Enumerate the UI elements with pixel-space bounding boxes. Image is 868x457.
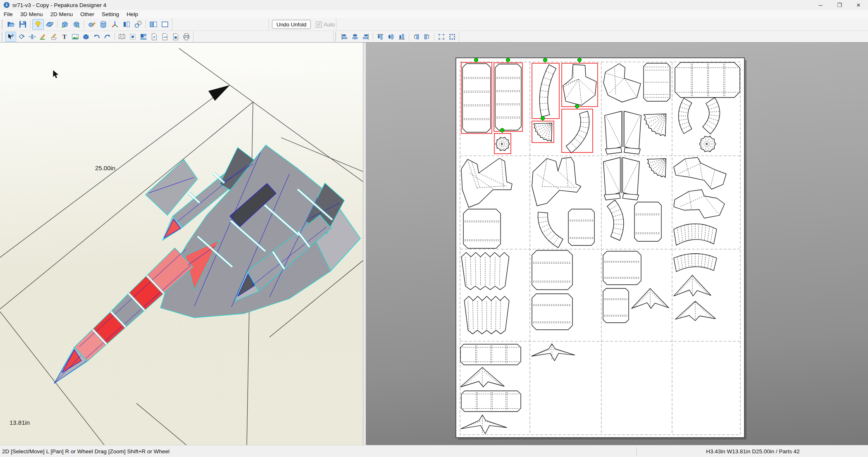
auto-layout-button[interactable] <box>138 32 149 42</box>
part-pin[interactable] <box>575 105 579 108</box>
menu-2d-menu[interactable]: 2D Menu <box>47 10 77 18</box>
part-glyph-rect[interactable] <box>634 202 661 241</box>
show-axis-button[interactable] <box>109 19 121 30</box>
part-glyph-pleat[interactable] <box>461 252 509 290</box>
primitive-cylinder-button[interactable] <box>98 19 109 30</box>
undo-button[interactable] <box>91 32 102 42</box>
part-pin[interactable] <box>475 58 478 62</box>
close-window-button[interactable]: ✕ <box>849 0 868 10</box>
align-left-icon <box>341 33 348 40</box>
toolbar-separator <box>84 20 84 29</box>
rotate-model-left-button[interactable] <box>59 19 71 30</box>
toolbar-2d-tools-group: T# <box>0 31 193 42</box>
select-move-tool-button[interactable] <box>5 32 16 42</box>
export-page-button[interactable] <box>160 32 170 42</box>
toolbar-grip[interactable] <box>2 33 4 41</box>
part-pin[interactable] <box>541 117 545 120</box>
part-glyph-rect[interactable] <box>532 294 572 330</box>
toolbar-2d: T# <box>0 31 868 43</box>
page-number-button[interactable]: # <box>149 32 160 42</box>
toolbar-grip[interactable] <box>2 20 4 29</box>
part-glyph-rect[interactable] <box>463 209 501 248</box>
undo-unfold-button[interactable]: Undo Unfold <box>272 20 311 29</box>
pattern-2d-canvas[interactable] <box>366 43 868 445</box>
image-tool-button[interactable] <box>70 32 81 42</box>
print-button[interactable] <box>181 32 192 42</box>
auto-unfold-checkbox[interactable]: ✓ Auto <box>316 21 335 28</box>
rotate-view-button[interactable] <box>44 19 55 30</box>
save-file-button[interactable] <box>17 19 29 30</box>
part-glyph-pleat[interactable] <box>464 296 509 334</box>
auto-checkbox-box[interactable]: ✓ <box>316 21 322 28</box>
open-file-button[interactable] <box>5 19 17 30</box>
part-glyph-hstrip[interactable] <box>675 62 740 98</box>
page-setup-button[interactable] <box>170 32 181 42</box>
ground-grid-line <box>0 86 228 257</box>
toolbar-unfold-group: Undo Unfold ✓ Auto <box>269 18 336 31</box>
edit-flaps-tool-button[interactable] <box>38 32 48 42</box>
check-3d-tool-button[interactable] <box>81 32 91 42</box>
restore-window-button[interactable]: ❐ <box>830 0 849 10</box>
align-left-button[interactable] <box>339 32 350 42</box>
toggle-light-button[interactable] <box>32 19 44 30</box>
main-area: 25.00in13.81in <box>0 42 868 445</box>
align-center-horizontal-icon <box>351 33 359 40</box>
align-center-horizontal-button[interactable] <box>350 32 360 42</box>
viewport-3d[interactable]: 25.00in13.81in <box>0 43 363 445</box>
part-pin[interactable] <box>501 129 504 132</box>
align-top-button[interactable] <box>375 32 386 42</box>
text-tool-button[interactable]: T <box>59 32 70 42</box>
fold-preview-icon <box>118 33 126 40</box>
flip-faces-button[interactable] <box>121 19 132 30</box>
layout-2d[interactable] <box>366 43 868 445</box>
part-pin[interactable] <box>578 58 582 62</box>
rotate-part-cw-icon <box>423 33 431 40</box>
part-glyph-cyl[interactable] <box>644 63 670 101</box>
flatten-tool-button[interactable] <box>48 32 59 42</box>
link-views-button[interactable] <box>132 19 144 30</box>
align-right-button[interactable] <box>360 32 371 42</box>
part-glyph-rect[interactable] <box>603 251 641 285</box>
toolbar-align-group <box>333 31 459 42</box>
svg-text:T: T <box>62 33 67 40</box>
edit-model-button[interactable] <box>86 19 98 30</box>
toolbar-grip[interactable] <box>335 33 338 41</box>
select-region-button[interactable] <box>127 32 138 42</box>
part-glyph-hstrip[interactable] <box>461 391 521 412</box>
minimize-window-button[interactable]: ─ <box>811 0 830 10</box>
menu-help[interactable]: Help <box>123 10 142 18</box>
menu-file[interactable]: File <box>0 10 17 18</box>
menu-other[interactable]: Other <box>76 10 98 18</box>
spread-parts-tool-button[interactable] <box>27 32 38 42</box>
show-axis-icon <box>111 20 119 29</box>
part-glyph-strip[interactable] <box>495 64 521 130</box>
auto-checkbox-label: Auto <box>324 21 335 28</box>
redo-button[interactable] <box>102 32 113 42</box>
rotate-part-ccw-button[interactable] <box>411 32 422 42</box>
rotate-part-cw-button[interactable] <box>422 32 432 42</box>
rotate-part-ccw-icon <box>413 33 420 40</box>
part-pin[interactable] <box>506 58 510 62</box>
group-parts-button[interactable] <box>447 32 458 42</box>
rotate-model-right-button[interactable] <box>71 19 82 30</box>
align-bottom-button[interactable] <box>396 32 407 42</box>
part-glyph-rect[interactable] <box>603 288 629 323</box>
part-glyph-strip[interactable] <box>463 64 491 132</box>
select-all-handles-button[interactable] <box>436 32 447 42</box>
part-pin[interactable] <box>544 58 547 62</box>
fold-preview-button[interactable] <box>117 32 127 42</box>
two-pane-layout-button[interactable] <box>148 19 159 30</box>
single-pane-layout-button[interactable] <box>159 19 171 30</box>
menu-3d-menu[interactable]: 3D Menu <box>17 10 47 18</box>
select-move-tool-icon <box>7 33 14 40</box>
axis-arrow <box>208 85 230 101</box>
align-middle-vertical-button[interactable] <box>386 32 396 42</box>
menubar: File3D Menu2D MenuOtherSettingHelp <box>0 10 868 18</box>
menu-setting[interactable]: Setting <box>98 10 123 18</box>
rotate-part-tool-button[interactable] <box>16 32 27 42</box>
part-glyph-rect[interactable] <box>568 209 594 245</box>
part-glyph-rect[interactable] <box>532 250 572 290</box>
part-glyph-hstrip[interactable] <box>460 344 521 365</box>
viewport-3d-canvas[interactable]: 25.00in13.81in <box>0 43 363 445</box>
toolbar-separator <box>57 20 57 29</box>
